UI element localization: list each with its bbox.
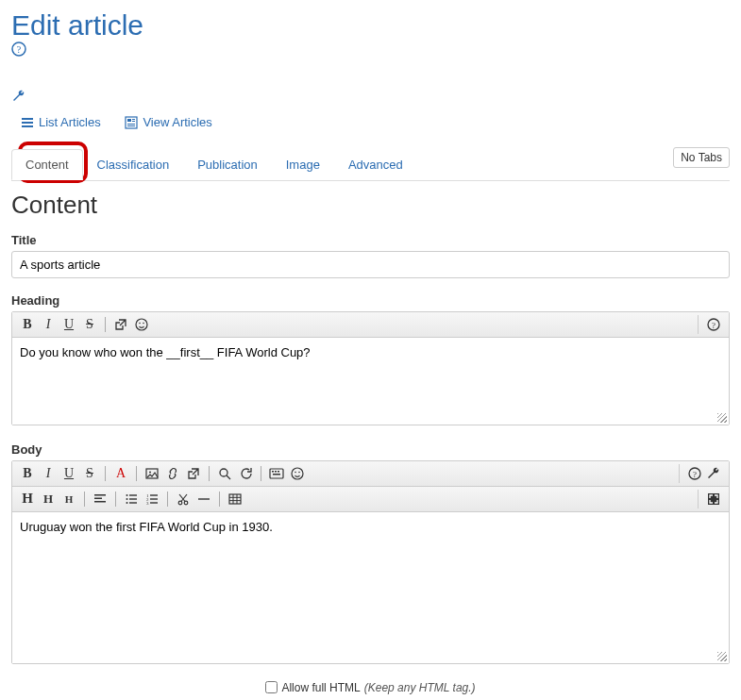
allow-html-hint: (Keep any HTML tag.) — [364, 681, 476, 694]
resize-handle[interactable] — [717, 652, 727, 661]
emoji-icon[interactable] — [288, 464, 307, 483]
body-label: Body — [11, 442, 730, 457]
special-char-icon[interactable] — [267, 464, 286, 483]
hr-icon[interactable] — [194, 490, 213, 508]
text-color-icon[interactable]: A — [111, 464, 130, 483]
title-label: Title — [11, 233, 730, 247]
svg-rect-46 — [198, 498, 210, 499]
svg-point-34 — [126, 498, 128, 500]
body-editor: B I U S A ? — [11, 460, 730, 664]
svg-text:3: 3 — [146, 500, 149, 505]
italic-icon[interactable]: I — [39, 464, 58, 483]
bold-icon[interactable]: B — [18, 315, 37, 334]
svg-rect-9 — [132, 119, 135, 120]
body-toolbar-2: H H H 123 — [12, 487, 729, 512]
fullscreen-icon[interactable] — [704, 490, 723, 508]
svg-rect-6 — [127, 119, 131, 122]
link-icon[interactable] — [163, 464, 182, 483]
svg-rect-30 — [94, 497, 102, 499]
svg-rect-33 — [129, 494, 137, 495]
italic-icon[interactable]: I — [39, 315, 58, 334]
svg-point-44 — [178, 501, 182, 505]
tab-publication[interactable]: Publication — [183, 149, 272, 180]
svg-rect-43 — [150, 502, 158, 503]
svg-text:?: ? — [17, 44, 22, 55]
underline-icon[interactable]: U — [59, 464, 78, 483]
tab-advanced[interactable]: Advanced — [334, 149, 417, 180]
image-icon[interactable] — [143, 464, 161, 483]
link-view-label: View Articles — [143, 115, 211, 129]
bold-icon[interactable]: B — [18, 464, 37, 483]
separator — [209, 466, 210, 481]
strike-icon[interactable]: S — [80, 315, 99, 334]
svg-rect-22 — [278, 471, 279, 473]
svg-point-17 — [149, 471, 151, 473]
tabs-row: Content Classification Publication Image… — [11, 149, 730, 181]
underline-icon[interactable]: U — [59, 315, 78, 334]
heading-toolbar: B I U S ? — [12, 312, 729, 338]
separator — [261, 466, 261, 481]
link-view-articles[interactable]: View Articles — [125, 115, 211, 129]
separator — [115, 492, 116, 507]
svg-rect-5 — [126, 117, 137, 128]
link-list-articles[interactable]: List Articles — [21, 115, 101, 129]
wrench-toolbar-icon[interactable] — [704, 464, 723, 483]
page-title: Edit article ? — [11, 9, 730, 104]
tab-content[interactable]: Content — [11, 149, 83, 180]
svg-point-13 — [143, 322, 144, 324]
svg-point-32 — [126, 494, 128, 496]
svg-point-12 — [139, 322, 141, 324]
help-toolbar-icon[interactable]: ? — [704, 315, 723, 334]
list-ol-icon[interactable]: 123 — [143, 490, 161, 508]
separator — [84, 492, 85, 507]
footer-options: Allow full HTML (Keep any HTML tag.) If … — [11, 681, 730, 701]
replace-icon[interactable] — [236, 464, 255, 483]
external-link-icon[interactable] — [184, 464, 203, 483]
svg-point-45 — [184, 501, 188, 505]
nav-links: List Articles View Articles — [11, 115, 730, 132]
separator — [105, 466, 106, 481]
heading-editor: B I U S ? — [11, 311, 730, 425]
svg-rect-37 — [129, 502, 137, 503]
svg-rect-29 — [94, 494, 106, 496]
h3-icon[interactable]: H — [59, 490, 78, 508]
body-textarea[interactable] — [12, 512, 729, 663]
svg-rect-31 — [94, 501, 106, 503]
svg-rect-8 — [127, 125, 135, 126]
external-link-icon[interactable] — [111, 315, 130, 334]
title-input[interactable] — [11, 251, 730, 278]
list-ul-icon[interactable] — [122, 490, 141, 508]
svg-point-25 — [295, 471, 296, 473]
body-toolbar-1: B I U S A ? — [12, 461, 729, 487]
find-icon[interactable] — [215, 464, 234, 483]
svg-point-26 — [298, 471, 300, 473]
help-icon[interactable]: ? — [11, 42, 730, 57]
separator — [105, 317, 106, 332]
resize-handle[interactable] — [717, 413, 727, 423]
h2-icon[interactable]: H — [39, 490, 58, 508]
section-heading: Content — [11, 191, 730, 220]
tab-image[interactable]: Image — [272, 149, 334, 180]
heading-textarea[interactable] — [12, 338, 729, 425]
svg-rect-47 — [229, 494, 241, 504]
svg-rect-35 — [129, 498, 137, 499]
h1-icon[interactable]: H — [18, 490, 37, 508]
svg-point-24 — [292, 468, 303, 479]
svg-rect-39 — [150, 494, 158, 495]
tab-classification[interactable]: Classification — [83, 149, 184, 180]
wrench-icon[interactable] — [11, 89, 730, 104]
strike-icon[interactable]: S — [80, 464, 99, 483]
no-tabs-button[interactable]: No Tabs — [673, 147, 730, 168]
table-icon[interactable] — [226, 490, 244, 508]
help-toolbar-icon[interactable]: ? — [685, 464, 704, 483]
allow-html-checkbox[interactable] — [265, 681, 278, 693]
link-list-label: List Articles — [39, 115, 101, 129]
svg-text:?: ? — [693, 469, 697, 478]
svg-text:?: ? — [712, 320, 716, 329]
align-icon[interactable] — [91, 490, 109, 508]
newspaper-icon — [125, 116, 138, 129]
svg-point-11 — [136, 319, 147, 330]
cut-icon[interactable] — [174, 490, 193, 508]
emoji-icon[interactable] — [132, 315, 151, 334]
svg-rect-20 — [272, 471, 274, 473]
